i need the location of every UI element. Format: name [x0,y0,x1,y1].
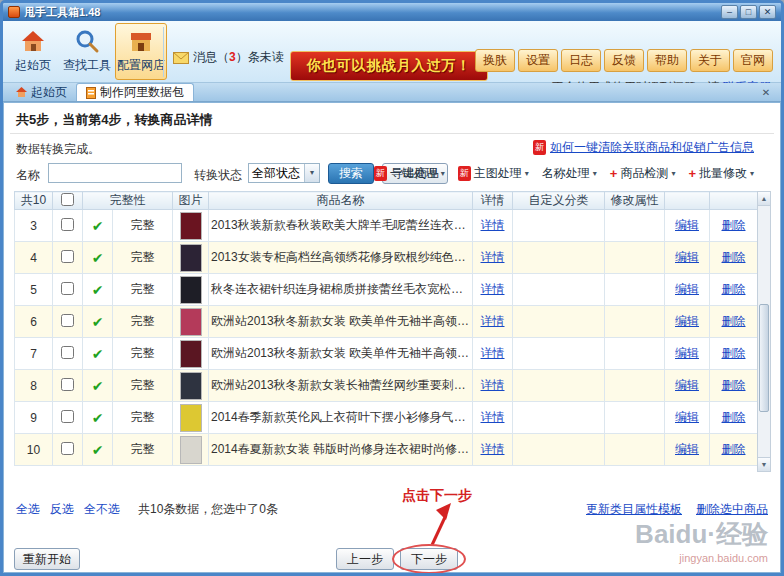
delete-link[interactable]: 删除 [722,314,746,328]
delete-link[interactable]: 删除 [722,282,746,296]
tab-make-ali-package[interactable]: 制作阿里数据包 [76,83,194,101]
detail-link[interactable]: 详情 [481,250,505,264]
detail-link[interactable]: 详情 [481,442,505,456]
row-checkbox[interactable] [61,250,74,263]
status-select[interactable]: 全部状态 ▾ [248,163,320,183]
restart-button[interactable]: 重新开始 [14,548,80,570]
help-button[interactable]: 帮助 [647,49,687,72]
row-checkbox[interactable] [61,378,74,391]
row-number: 4 [15,242,53,274]
detail-link[interactable]: 详情 [481,282,505,296]
edit-link[interactable]: 编辑 [675,378,699,392]
minimize-button[interactable]: – [721,5,738,19]
custom-category-cell [513,434,605,466]
maximize-button[interactable]: □ [740,5,757,19]
close-button[interactable]: ✕ [759,5,776,19]
update-template-link[interactable]: 更新类目属性模板 [586,501,682,518]
skin-button[interactable]: 换肤 [475,49,515,72]
message-indicator[interactable]: 消息（3）条未读 [173,49,284,66]
log-button[interactable]: 日志 [561,49,601,72]
edit-link[interactable]: 编辑 [675,282,699,296]
delete-link[interactable]: 删除 [722,346,746,360]
custom-category-cell [513,402,605,434]
select-none-link[interactable]: 全不选 [84,501,120,518]
row-checkbox[interactable] [61,346,74,359]
close-tab-icon[interactable]: ✕ [759,86,773,99]
product-thumbnail [180,244,202,272]
tab-home[interactable]: 起始页 [7,83,76,101]
row-checkbox[interactable] [61,442,74,455]
product-name: 欧洲站2013秋冬新款女装 欧美单件无袖半高领中腰背心裙短裙 [209,306,473,338]
footer-right-links: 更新类目属性模板 删除选中商品 [586,501,768,518]
toolbar-separator [163,27,164,77]
detail-link[interactable]: 详情 [481,314,505,328]
integrity-status: 完整 [113,306,173,338]
delete-link[interactable]: 删除 [722,250,746,264]
delete-selected-link[interactable]: 删除选中商品 [696,501,768,518]
detail-link[interactable]: 详情 [481,346,505,360]
select-all-checkbox[interactable] [61,193,74,206]
row-checkbox[interactable] [61,314,74,327]
integrity-header: 完整性 [83,192,173,210]
detail-link[interactable]: 详情 [481,378,505,392]
detail-link[interactable]: 详情 [481,218,505,232]
action-main-image-process[interactable]: 新 主图处理 ▾ [458,165,529,182]
row-number: 10 [15,434,53,466]
settings-button[interactable]: 设置 [518,49,558,72]
toolbar-button-configure-shop[interactable]: 配置网店 [115,23,167,80]
about-button[interactable]: 关于 [690,49,730,72]
detail-link[interactable]: 详情 [481,410,505,424]
product-name: 2013秋装新款春秋装欧美大牌羊毛呢蕾丝连衣裙子 [209,210,473,242]
modify-cell [605,338,665,370]
product-table: 共10 完整性 图片 商品名称 详情 自定义分类 修改属性 3 ✔ 完整 [14,191,758,466]
toolbar-button-label: 配置网店 [117,57,165,74]
toolbar-button-home[interactable]: 起始页 [7,23,59,80]
delete-link[interactable]: 删除 [722,218,746,232]
conversion-status-text: 数据转换完成。 [16,141,100,158]
feedback-button[interactable]: 反馈 [604,49,644,72]
toolbar-button-find-tools[interactable]: 查找工具 [61,23,113,80]
action-product-check[interactable]: + 商品检测 ▾ [610,165,676,182]
scroll-up-icon[interactable]: ▲ [758,192,770,206]
invert-select-link[interactable]: 反选 [50,501,74,518]
scroll-down-icon[interactable]: ▼ [758,457,770,471]
scrollbar-thumb[interactable] [759,304,769,412]
search-button[interactable]: 搜索 [328,163,374,184]
product-table-body: 3 ✔ 完整 2013秋装新款春秋装欧美大牌羊毛呢蕾丝连衣裙子 详情 编辑 删除… [15,210,758,466]
prev-step-button[interactable]: 上一步 [336,548,394,570]
clear-promo-help-link[interactable]: 如何一键清除关联商品和促销广告信息 [550,139,754,156]
count-header: 共10 [15,192,53,210]
image-header: 图片 [173,192,209,210]
window-title: 甩手工具箱1.48 [24,5,100,20]
edit-link[interactable]: 编辑 [675,250,699,264]
modify-cell [605,402,665,434]
action-one-key-process[interactable]: 新 一键处理 ▾ [374,165,445,182]
edit-link[interactable]: 编辑 [675,314,699,328]
product-thumbnail [180,340,202,368]
custom-category-cell [513,306,605,338]
modify-cell [605,274,665,306]
edit-link[interactable]: 编辑 [675,218,699,232]
action-name-process[interactable]: 名称处理 ▾ [542,165,597,182]
row-checkbox[interactable] [61,282,74,295]
vertical-scrollbar[interactable]: ▲ ▼ [757,191,771,472]
delete-link[interactable]: 删除 [722,442,746,456]
edit-link[interactable]: 编辑 [675,410,699,424]
select-all-link[interactable]: 全选 [16,501,40,518]
next-step-button[interactable]: 下一步 [400,548,458,570]
row-number: 5 [15,274,53,306]
promo-banner[interactable]: 你也可以挑战月入过万！ [290,51,488,81]
website-button[interactable]: 官网 [733,49,773,72]
table-row: 3 ✔ 完整 2013秋装新款春秋装欧美大牌羊毛呢蕾丝连衣裙子 详情 编辑 删除 [15,210,758,242]
row-checkbox[interactable] [61,218,74,231]
delete-link[interactable]: 删除 [722,410,746,424]
edit-header [665,192,710,210]
edit-link[interactable]: 编辑 [675,346,699,360]
table-row: 10 ✔ 完整 2014春夏新款女装 韩版时尚修身连衣裙时尚修身女装 详情 编辑… [15,434,758,466]
edit-link[interactable]: 编辑 [675,442,699,456]
delete-link[interactable]: 删除 [722,378,746,392]
row-checkbox[interactable] [61,410,74,423]
name-filter-input[interactable] [48,163,182,183]
action-batch-modify[interactable]: + 批量修改 ▾ [688,165,754,182]
unread-count: 3 [229,50,236,64]
